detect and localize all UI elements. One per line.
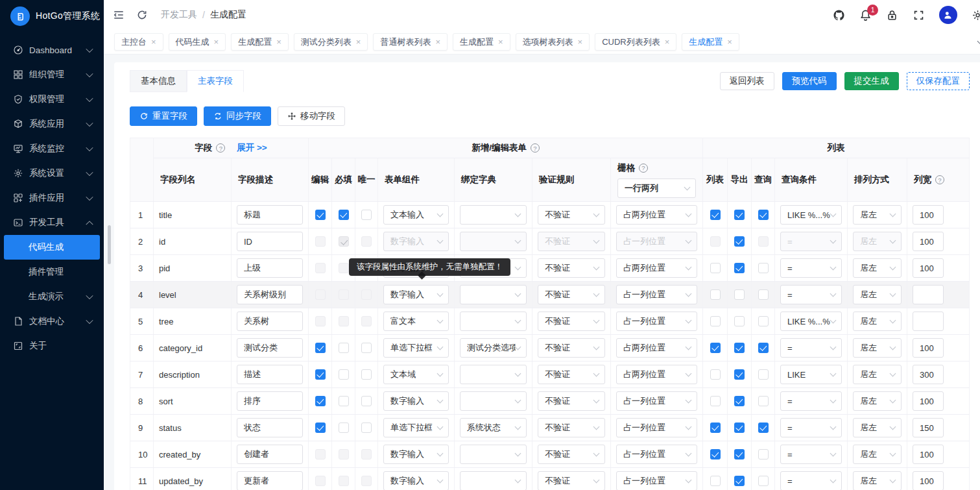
page-tab-5[interactable]: 生成配置	[453, 33, 510, 51]
rule-select[interactable]: 不验证	[538, 471, 605, 490]
query-condition-select[interactable]: =	[780, 471, 842, 490]
export-checkbox[interactable]	[734, 476, 745, 486]
field-desc-input[interactable]: 描述	[237, 365, 303, 384]
grid-select[interactable]: 占一列位置	[616, 232, 697, 251]
sidebar-item-system-app[interactable]: 系统应用	[4, 112, 100, 136]
page-tab-2[interactable]: 生成配置	[231, 33, 289, 51]
list-checkbox[interactable]	[710, 263, 721, 273]
required-checkbox[interactable]	[339, 316, 349, 326]
query-condition-select[interactable]: =	[780, 445, 842, 464]
rule-select[interactable]: 不验证	[538, 391, 605, 411]
align-select[interactable]: 居左	[853, 365, 902, 384]
unique-checkbox[interactable]	[361, 289, 372, 300]
required-checkbox[interactable]	[339, 263, 349, 273]
list-checkbox[interactable]	[710, 449, 721, 459]
align-select[interactable]: 居左	[853, 312, 902, 331]
query-condition-select[interactable]: =	[780, 391, 842, 411]
refresh-icon[interactable]	[136, 9, 148, 21]
component-select[interactable]: 单选下拉框	[383, 418, 449, 437]
save-config-only-button[interactable]: 仅保存配置	[907, 72, 970, 90]
export-checkbox[interactable]	[734, 423, 745, 433]
align-select[interactable]: 居左	[853, 418, 902, 437]
grid-layout-select[interactable]: 一行两列	[617, 178, 696, 198]
export-checkbox[interactable]	[734, 210, 745, 220]
rule-select[interactable]: 不验证	[538, 205, 605, 225]
field-desc-input[interactable]: 关系树级别	[237, 285, 303, 304]
required-checkbox[interactable]	[339, 396, 349, 406]
align-select[interactable]: 居左	[853, 445, 902, 464]
query-checkbox[interactable]	[758, 236, 769, 247]
list-checkbox[interactable]	[710, 343, 721, 353]
width-input[interactable]: 100	[913, 205, 944, 225]
github-icon[interactable]	[833, 9, 845, 21]
required-checkbox[interactable]	[339, 289, 349, 300]
rule-select[interactable]: 不验证	[538, 232, 605, 251]
field-desc-input[interactable]: 状态	[237, 418, 303, 437]
page-tab-6[interactable]: 选项树表列表	[516, 33, 590, 51]
query-checkbox[interactable]	[758, 289, 769, 300]
grid-select[interactable]: 占两列位置	[616, 365, 697, 384]
sidebar-item-gen-demo[interactable]: 生成演示	[4, 284, 100, 309]
rule-select[interactable]: 不验证	[538, 338, 605, 358]
field-desc-input[interactable]: 上级	[237, 258, 303, 278]
edit-checkbox[interactable]	[315, 476, 326, 486]
expand-link[interactable]: 展开 >>	[237, 143, 267, 153]
reset-fields-button[interactable]: 重置字段	[130, 106, 197, 126]
export-checkbox[interactable]	[734, 236, 745, 247]
export-checkbox[interactable]	[734, 263, 745, 273]
edit-checkbox[interactable]	[315, 343, 326, 353]
component-select[interactable]: 数字输入	[383, 232, 449, 251]
field-desc-input[interactable]: 标题	[237, 205, 303, 225]
page-tab-3[interactable]: 测试分类列表	[294, 33, 368, 51]
query-condition-select[interactable]: LIKE %...%	[780, 205, 842, 225]
unique-checkbox[interactable]	[361, 396, 372, 406]
query-checkbox[interactable]	[758, 210, 769, 220]
rule-select[interactable]: 不验证	[538, 258, 605, 278]
width-input[interactable]: 100	[913, 445, 944, 464]
field-desc-input[interactable]: 关系树	[237, 312, 303, 331]
edit-checkbox[interactable]	[315, 236, 326, 247]
export-checkbox[interactable]	[734, 369, 745, 380]
required-checkbox[interactable]	[339, 476, 349, 486]
query-condition-select[interactable]: =	[780, 285, 842, 304]
sync-fields-button[interactable]: 同步字段	[204, 106, 271, 126]
query-condition-select[interactable]: =	[780, 258, 842, 278]
list-checkbox[interactable]	[710, 396, 721, 406]
grid-select[interactable]: 占两列位置	[616, 258, 697, 278]
dict-select[interactable]	[460, 312, 527, 331]
dict-select[interactable]	[460, 365, 527, 384]
field-desc-input[interactable]: 更新者	[237, 471, 303, 490]
edit-checkbox[interactable]	[315, 289, 326, 300]
preview-code-button[interactable]: 预览代码	[782, 72, 837, 90]
help-icon[interactable]	[935, 175, 944, 184]
required-checkbox[interactable]	[339, 210, 349, 220]
tab-basic-info[interactable]: 基本信息	[130, 70, 187, 92]
dict-select[interactable]	[460, 471, 527, 490]
required-checkbox[interactable]	[339, 449, 349, 459]
list-checkbox[interactable]	[710, 476, 721, 486]
dict-select[interactable]	[460, 232, 527, 251]
app-logo[interactable]: HotGo管理系统	[0, 1, 104, 31]
query-checkbox[interactable]	[758, 396, 769, 406]
edit-checkbox[interactable]	[315, 449, 326, 459]
notifications-bell-icon[interactable]: 1	[859, 9, 872, 21]
grid-select[interactable]: 占两列位置	[616, 205, 697, 225]
field-desc-input[interactable]: 创建者	[237, 445, 303, 464]
list-checkbox[interactable]	[710, 289, 721, 300]
width-input[interactable]: 100	[913, 391, 944, 411]
grid-select[interactable]: 占一列位置	[616, 418, 697, 437]
user-avatar[interactable]	[939, 6, 957, 24]
component-select[interactable]: 富文本	[383, 312, 449, 331]
export-checkbox[interactable]	[734, 449, 745, 459]
sidebar-item-dev-tools[interactable]: 开发工具	[4, 210, 100, 235]
back-to-list-button[interactable]: 返回列表	[720, 72, 774, 90]
align-select[interactable]: 居左	[853, 258, 902, 278]
dict-select[interactable]: 系统状态	[460, 418, 527, 437]
query-condition-select[interactable]: LIKE %...%	[780, 312, 842, 331]
close-icon[interactable]	[356, 38, 361, 46]
tab-main-fields[interactable]: 主表字段	[187, 70, 244, 92]
align-select[interactable]: 居左	[853, 338, 902, 358]
required-checkbox[interactable]	[339, 369, 349, 380]
move-fields-button[interactable]: 移动字段	[278, 106, 345, 126]
close-icon[interactable]	[498, 38, 503, 46]
